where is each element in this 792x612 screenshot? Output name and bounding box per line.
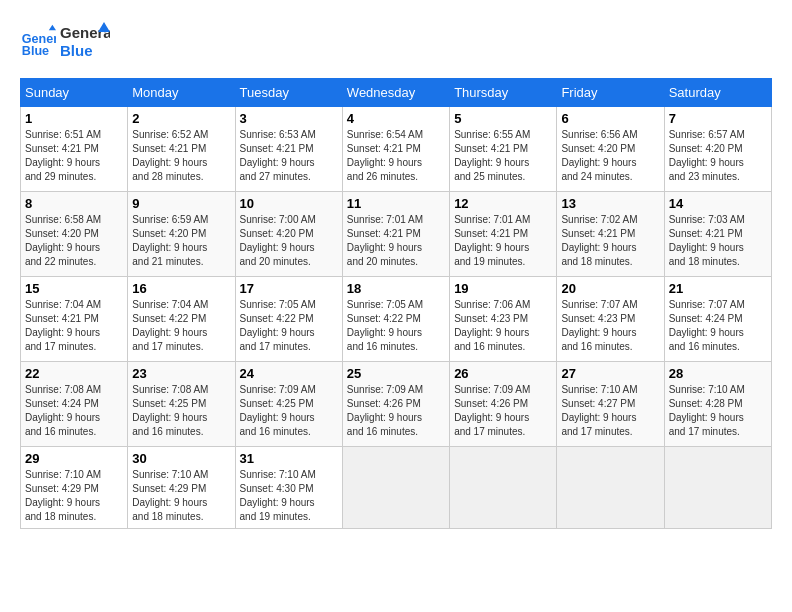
calendar-cell: 26Sunrise: 7:09 AM Sunset: 4:26 PM Dayli… <box>450 362 557 447</box>
calendar-cell: 12Sunrise: 7:01 AM Sunset: 4:21 PM Dayli… <box>450 192 557 277</box>
calendar-week-4: 22Sunrise: 7:08 AM Sunset: 4:24 PM Dayli… <box>21 362 772 447</box>
day-info: Sunrise: 7:08 AM Sunset: 4:24 PM Dayligh… <box>25 383 123 439</box>
day-number: 30 <box>132 451 230 466</box>
day-info: Sunrise: 7:05 AM Sunset: 4:22 PM Dayligh… <box>240 298 338 354</box>
day-number: 18 <box>347 281 445 296</box>
calendar-cell: 14Sunrise: 7:03 AM Sunset: 4:21 PM Dayli… <box>664 192 771 277</box>
day-number: 4 <box>347 111 445 126</box>
day-number: 7 <box>669 111 767 126</box>
calendar-cell: 7Sunrise: 6:57 AM Sunset: 4:20 PM Daylig… <box>664 107 771 192</box>
day-number: 20 <box>561 281 659 296</box>
day-info: Sunrise: 7:03 AM Sunset: 4:21 PM Dayligh… <box>669 213 767 269</box>
day-info: Sunrise: 7:00 AM Sunset: 4:20 PM Dayligh… <box>240 213 338 269</box>
day-info: Sunrise: 6:51 AM Sunset: 4:21 PM Dayligh… <box>25 128 123 184</box>
calendar-cell: 19Sunrise: 7:06 AM Sunset: 4:23 PM Dayli… <box>450 277 557 362</box>
calendar-cell: 10Sunrise: 7:00 AM Sunset: 4:20 PM Dayli… <box>235 192 342 277</box>
day-info: Sunrise: 7:02 AM Sunset: 4:21 PM Dayligh… <box>561 213 659 269</box>
weekday-header-thursday: Thursday <box>450 79 557 107</box>
day-info: Sunrise: 7:01 AM Sunset: 4:21 PM Dayligh… <box>347 213 445 269</box>
calendar-cell: 24Sunrise: 7:09 AM Sunset: 4:25 PM Dayli… <box>235 362 342 447</box>
calendar-cell: 6Sunrise: 6:56 AM Sunset: 4:20 PM Daylig… <box>557 107 664 192</box>
logo-icon: General Blue <box>20 23 56 59</box>
day-info: Sunrise: 7:04 AM Sunset: 4:21 PM Dayligh… <box>25 298 123 354</box>
day-number: 21 <box>669 281 767 296</box>
day-info: Sunrise: 7:09 AM Sunset: 4:25 PM Dayligh… <box>240 383 338 439</box>
day-info: Sunrise: 6:52 AM Sunset: 4:21 PM Dayligh… <box>132 128 230 184</box>
day-number: 26 <box>454 366 552 381</box>
day-number: 11 <box>347 196 445 211</box>
calendar-cell: 22Sunrise: 7:08 AM Sunset: 4:24 PM Dayli… <box>21 362 128 447</box>
day-number: 25 <box>347 366 445 381</box>
day-number: 3 <box>240 111 338 126</box>
logo: General Blue General Blue <box>20 20 110 62</box>
weekday-header-friday: Friday <box>557 79 664 107</box>
day-number: 27 <box>561 366 659 381</box>
calendar-cell: 28Sunrise: 7:10 AM Sunset: 4:28 PM Dayli… <box>664 362 771 447</box>
calendar-cell: 5Sunrise: 6:55 AM Sunset: 4:21 PM Daylig… <box>450 107 557 192</box>
day-info: Sunrise: 7:07 AM Sunset: 4:23 PM Dayligh… <box>561 298 659 354</box>
day-number: 6 <box>561 111 659 126</box>
day-number: 24 <box>240 366 338 381</box>
calendar-cell: 3Sunrise: 6:53 AM Sunset: 4:21 PM Daylig… <box>235 107 342 192</box>
day-number: 15 <box>25 281 123 296</box>
day-number: 2 <box>132 111 230 126</box>
day-number: 17 <box>240 281 338 296</box>
day-number: 1 <box>25 111 123 126</box>
calendar-cell: 16Sunrise: 7:04 AM Sunset: 4:22 PM Dayli… <box>128 277 235 362</box>
day-info: Sunrise: 6:56 AM Sunset: 4:20 PM Dayligh… <box>561 128 659 184</box>
calendar-cell <box>450 447 557 529</box>
day-info: Sunrise: 7:10 AM Sunset: 4:30 PM Dayligh… <box>240 468 338 524</box>
weekday-header-saturday: Saturday <box>664 79 771 107</box>
day-info: Sunrise: 7:10 AM Sunset: 4:27 PM Dayligh… <box>561 383 659 439</box>
day-info: Sunrise: 7:09 AM Sunset: 4:26 PM Dayligh… <box>347 383 445 439</box>
day-number: 9 <box>132 196 230 211</box>
day-info: Sunrise: 6:59 AM Sunset: 4:20 PM Dayligh… <box>132 213 230 269</box>
calendar-cell: 8Sunrise: 6:58 AM Sunset: 4:20 PM Daylig… <box>21 192 128 277</box>
day-info: Sunrise: 6:53 AM Sunset: 4:21 PM Dayligh… <box>240 128 338 184</box>
calendar-week-2: 8Sunrise: 6:58 AM Sunset: 4:20 PM Daylig… <box>21 192 772 277</box>
day-info: Sunrise: 7:07 AM Sunset: 4:24 PM Dayligh… <box>669 298 767 354</box>
svg-marker-2 <box>49 25 56 30</box>
calendar-cell: 27Sunrise: 7:10 AM Sunset: 4:27 PM Dayli… <box>557 362 664 447</box>
day-info: Sunrise: 7:04 AM Sunset: 4:22 PM Dayligh… <box>132 298 230 354</box>
calendar-week-5: 29Sunrise: 7:10 AM Sunset: 4:29 PM Dayli… <box>21 447 772 529</box>
day-info: Sunrise: 7:06 AM Sunset: 4:23 PM Dayligh… <box>454 298 552 354</box>
day-number: 12 <box>454 196 552 211</box>
day-number: 22 <box>25 366 123 381</box>
day-number: 8 <box>25 196 123 211</box>
day-number: 29 <box>25 451 123 466</box>
day-info: Sunrise: 6:58 AM Sunset: 4:20 PM Dayligh… <box>25 213 123 269</box>
calendar-cell: 20Sunrise: 7:07 AM Sunset: 4:23 PM Dayli… <box>557 277 664 362</box>
day-number: 23 <box>132 366 230 381</box>
weekday-header-tuesday: Tuesday <box>235 79 342 107</box>
svg-text:Blue: Blue <box>22 44 49 58</box>
calendar-cell: 29Sunrise: 7:10 AM Sunset: 4:29 PM Dayli… <box>21 447 128 529</box>
day-number: 19 <box>454 281 552 296</box>
weekday-header-sunday: Sunday <box>21 79 128 107</box>
calendar-week-1: 1Sunrise: 6:51 AM Sunset: 4:21 PM Daylig… <box>21 107 772 192</box>
calendar-cell: 25Sunrise: 7:09 AM Sunset: 4:26 PM Dayli… <box>342 362 449 447</box>
weekday-header-monday: Monday <box>128 79 235 107</box>
generalblue-logo-svg: General Blue <box>60 20 110 62</box>
day-info: Sunrise: 6:57 AM Sunset: 4:20 PM Dayligh… <box>669 128 767 184</box>
weekday-header-row: SundayMondayTuesdayWednesdayThursdayFrid… <box>21 79 772 107</box>
day-info: Sunrise: 7:09 AM Sunset: 4:26 PM Dayligh… <box>454 383 552 439</box>
calendar-cell <box>557 447 664 529</box>
day-number: 28 <box>669 366 767 381</box>
calendar-cell: 17Sunrise: 7:05 AM Sunset: 4:22 PM Dayli… <box>235 277 342 362</box>
day-info: Sunrise: 7:01 AM Sunset: 4:21 PM Dayligh… <box>454 213 552 269</box>
calendar-cell <box>664 447 771 529</box>
page-header: General Blue General Blue <box>20 20 772 62</box>
day-info: Sunrise: 7:10 AM Sunset: 4:28 PM Dayligh… <box>669 383 767 439</box>
calendar-cell: 11Sunrise: 7:01 AM Sunset: 4:21 PM Dayli… <box>342 192 449 277</box>
calendar-cell <box>342 447 449 529</box>
calendar-cell: 21Sunrise: 7:07 AM Sunset: 4:24 PM Dayli… <box>664 277 771 362</box>
day-info: Sunrise: 7:08 AM Sunset: 4:25 PM Dayligh… <box>132 383 230 439</box>
calendar-table: SundayMondayTuesdayWednesdayThursdayFrid… <box>20 78 772 529</box>
day-number: 31 <box>240 451 338 466</box>
day-number: 14 <box>669 196 767 211</box>
calendar-cell: 13Sunrise: 7:02 AM Sunset: 4:21 PM Dayli… <box>557 192 664 277</box>
day-number: 16 <box>132 281 230 296</box>
calendar-cell: 9Sunrise: 6:59 AM Sunset: 4:20 PM Daylig… <box>128 192 235 277</box>
calendar-cell: 2Sunrise: 6:52 AM Sunset: 4:21 PM Daylig… <box>128 107 235 192</box>
